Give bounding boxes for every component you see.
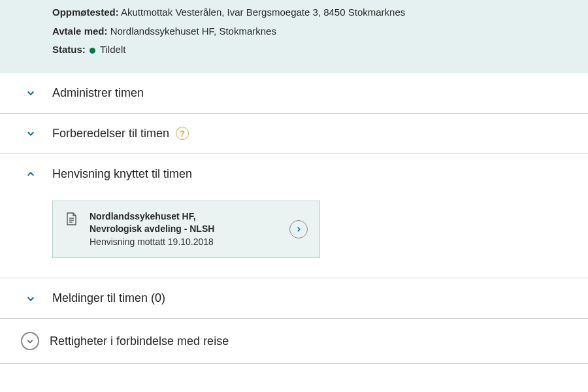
location-label: Oppmøtested: <box>52 7 119 18</box>
info-row-agreement: Avtale med: Nordlandssykehuset HF, Stokm… <box>52 24 562 39</box>
accordion-header-referral[interactable]: Henvisning knyttet til timen <box>0 154 588 194</box>
chevron-down-icon <box>26 129 35 138</box>
status-value: Tildelt <box>100 44 125 55</box>
accordion-title: Administrer timen <box>52 86 144 100</box>
agreement-label: Avtale med: <box>52 25 107 37</box>
accordion-content-referral: Nordlandssykehuset HF, Nevrologisk avdel… <box>0 194 588 278</box>
card-arrow-button[interactable] <box>289 220 308 238</box>
referral-title: Nordlandssykehuset HF, <box>90 210 280 223</box>
referral-subtitle: Nevrologisk avdeling - NLSH <box>90 223 280 236</box>
accordion-header-rights[interactable]: Rettigheter i forbindelse med reise <box>0 319 588 363</box>
accordion-title: Meldinger til timen (0) <box>52 291 165 305</box>
chevron-down-icon <box>26 294 35 303</box>
agreement-value: Nordlandssykehuset HF, Stokmarknes <box>110 25 276 37</box>
referral-meta: Henvisning mottatt 19.10.2018 <box>90 236 280 249</box>
info-row-location: Oppmøtested: Akuttmottak Vesterålen, Iva… <box>52 5 562 20</box>
appointment-info-panel: Oppmøtested: Akuttmottak Vesterålen, Iva… <box>0 0 588 73</box>
accordion-header-preparations[interactable]: Forberedelser til timen ? <box>0 114 588 154</box>
chevron-down-icon <box>26 88 35 97</box>
referral-card[interactable]: Nordlandssykehuset HF, Nevrologisk avdel… <box>52 201 320 259</box>
status-dot-icon <box>90 48 95 54</box>
info-row-status: Status: Tildelt <box>52 42 562 57</box>
accordion-title: Forberedelser til timen <box>52 127 169 140</box>
accordion-title: Rettigheter i forbindelse med reise <box>50 335 229 348</box>
location-value: Akuttmottak Vesterålen, Ivar Bergsmoegat… <box>121 7 405 18</box>
accordion-referral: Henvisning knyttet til timen Nordlandssy… <box>0 154 588 279</box>
accordion-messages: Meldinger til timen (0) <box>0 278 588 319</box>
referral-text: Nordlandssykehuset HF, Nevrologisk avdel… <box>90 210 280 249</box>
accordion-header-administer[interactable]: Administrer timen <box>0 73 588 113</box>
accordion-list: Administrer timen Forberedelser til time… <box>0 73 588 365</box>
accordion-preparations: Forberedelser til timen ? <box>0 114 588 154</box>
accordion-header-messages[interactable]: Meldinger til timen (0) <box>0 278 588 318</box>
status-label: Status: <box>52 44 86 55</box>
help-icon[interactable]: ? <box>176 127 189 140</box>
chevron-right-icon <box>295 226 302 233</box>
accordion-title: Henvisning knyttet til timen <box>52 167 192 181</box>
chevron-down-icon <box>26 337 34 345</box>
document-icon <box>65 212 78 226</box>
chevron-up-icon <box>26 169 35 178</box>
accordion-rights: Rettigheter i forbindelse med reise <box>0 319 588 364</box>
accordion-administer: Administrer timen <box>0 73 588 114</box>
chevron-circle <box>21 332 39 350</box>
